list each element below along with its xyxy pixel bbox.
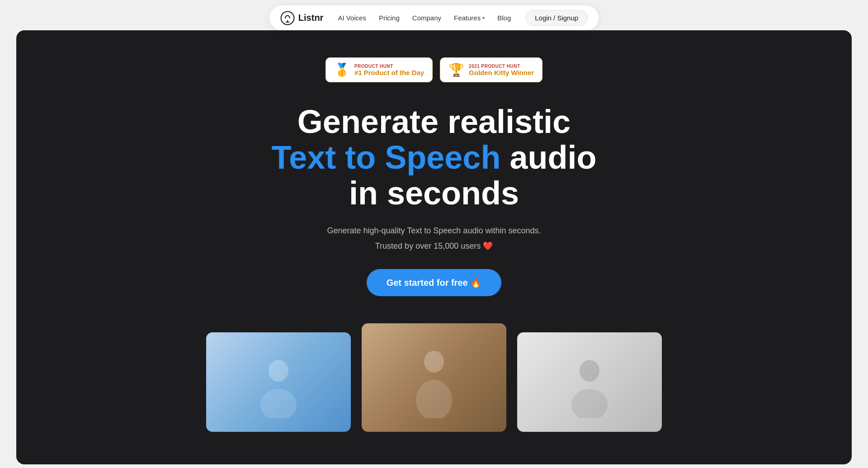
badges-row: 🥇 PRODUCT HUNT #1 Product of the Day 🏆 2…	[326, 57, 542, 82]
hero-trust: Trusted by over 15,000 users ❤️	[375, 241, 493, 251]
hero-heading: Generate realistic Text to Speech audio …	[272, 104, 597, 212]
badge2-title: Golden Kitty Winner	[469, 69, 534, 76]
medal-icon: 🥇	[334, 62, 350, 77]
chevron-down-icon: ▾	[482, 15, 485, 20]
heading-white-text: audio	[500, 139, 596, 175]
badge1-label: PRODUCT HUNT	[354, 64, 424, 69]
hero-section: 🥇 PRODUCT HUNT #1 Product of the Day 🏆 2…	[16, 30, 852, 464]
header: Listnr AI Voices Pricing Company Feature…	[0, 0, 868, 30]
heading-blue-text: Text to Speech	[272, 139, 501, 175]
badge-product-of-day: 🥇 PRODUCT HUNT #1 Product of the Day	[326, 57, 433, 82]
nav-links: AI Voices Pricing Company Features ▾ Blo…	[338, 14, 511, 22]
nav-pricing[interactable]: Pricing	[379, 14, 400, 22]
navbar: Listnr AI Voices Pricing Company Feature…	[269, 5, 599, 30]
svg-point-3	[269, 360, 288, 382]
badge-golden-kitty: 🏆 2021 PRODUCT HUNT Golden Kitty Winner	[440, 57, 542, 82]
hero-subtext: Generate high-quality Text to Speech aud…	[327, 226, 541, 236]
thumbnail-center	[362, 323, 506, 432]
nav-ai-voices[interactable]: AI Voices	[338, 14, 366, 22]
svg-point-7	[580, 360, 599, 382]
badge2-label: 2021 PRODUCT HUNT	[469, 64, 534, 69]
svg-point-8	[571, 389, 608, 418]
logo-text: Listnr	[298, 13, 324, 23]
nav-blog[interactable]: Blog	[497, 14, 511, 22]
badge1-title: #1 Product of the Day	[354, 69, 424, 76]
nav-company[interactable]: Company	[412, 14, 441, 22]
logo[interactable]: Listnr	[280, 11, 324, 25]
thumbnail-right	[517, 332, 662, 432]
svg-point-6	[416, 380, 452, 418]
thumbnails-row	[185, 323, 683, 432]
login-signup-button[interactable]: Login / Signup	[525, 10, 588, 26]
svg-point-5	[424, 351, 444, 373]
svg-point-4	[260, 389, 297, 418]
trophy-icon: 🏆	[448, 62, 464, 77]
nav-features[interactable]: Features ▾	[454, 14, 485, 22]
svg-point-0	[281, 11, 294, 24]
logo-icon	[280, 11, 295, 25]
heading-line1: Generate realistic	[297, 104, 571, 140]
thumbnail-center-image	[362, 323, 506, 432]
thumbnail-left	[206, 332, 351, 432]
cta-button[interactable]: Get started for free 🔥	[367, 269, 502, 296]
heading-line3: in seconds	[349, 175, 519, 211]
thumbnail-left-image	[206, 332, 351, 432]
thumbnail-right-image	[517, 332, 662, 432]
